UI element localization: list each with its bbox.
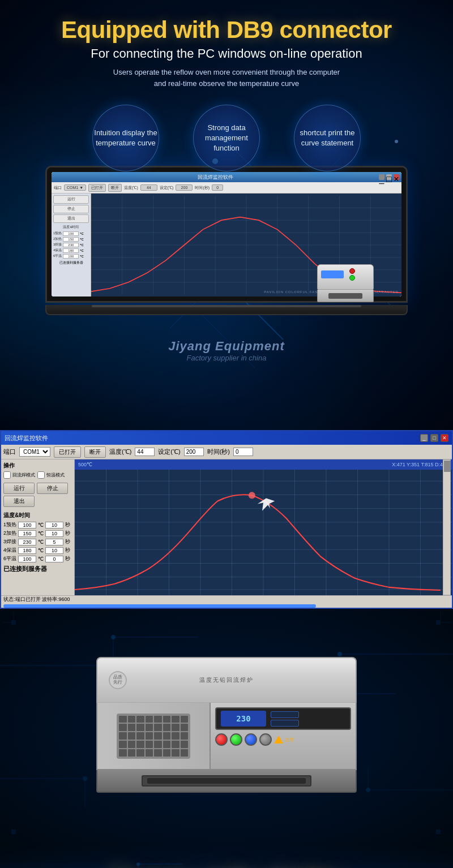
small-btn-red bbox=[349, 268, 355, 274]
sw-param-input-3[interactable] bbox=[18, 539, 36, 545]
screen-set-label: 设定(℃) bbox=[160, 185, 174, 191]
sw-max-btn[interactable]: □ bbox=[430, 434, 438, 442]
screen-open-btn[interactable]: 已打开 bbox=[88, 184, 106, 192]
screen-close-btn[interactable]: 断开 bbox=[108, 184, 122, 192]
sw-checkbox1[interactable] bbox=[3, 471, 11, 479]
sw-port-select[interactable]: COM1 bbox=[19, 447, 50, 457]
machine-warn: 注意 bbox=[274, 733, 294, 746]
vent-hole bbox=[154, 741, 162, 748]
screen-time-label: 时间(秒) bbox=[195, 185, 210, 191]
sw-exit-btn[interactable]: 退出 bbox=[3, 496, 35, 507]
sw-time-input-5[interactable] bbox=[45, 556, 63, 562]
sw-time-label: 时间(秒) bbox=[207, 448, 230, 456]
screen-max-btn[interactable]: □ bbox=[386, 174, 392, 180]
vent-hole bbox=[154, 724, 162, 731]
sw-temp-input[interactable] bbox=[135, 448, 155, 456]
machine-btn-green[interactable] bbox=[230, 733, 242, 746]
sw-disconnect-btn[interactable]: 断开 bbox=[84, 446, 106, 458]
sw-scrollbar[interactable] bbox=[443, 459, 451, 595]
param-input-3[interactable] bbox=[63, 243, 79, 247]
sw-chart-body bbox=[75, 470, 452, 595]
laptop-wrapper: 回流焊监控软件 _ □ × 端口 COM1 ▼ 已打开 断开 bbox=[34, 166, 419, 315]
vent-hole bbox=[128, 749, 136, 757]
sw-min-btn[interactable]: _ bbox=[420, 434, 428, 442]
features-row: Intuition display the temperature curve … bbox=[11, 105, 442, 171]
param-input-1[interactable] bbox=[63, 231, 79, 236]
machine-btn-blue[interactable] bbox=[245, 733, 257, 746]
screen-close-btn[interactable]: × bbox=[394, 174, 399, 180]
vent-hole bbox=[146, 749, 153, 757]
small-btn-green bbox=[349, 275, 355, 281]
screen-set-val[interactable]: 200 bbox=[176, 184, 193, 191]
machine-btn-gray[interactable] bbox=[259, 733, 272, 746]
hero-section: Equipped with DB9 connector For connecti… bbox=[0, 0, 453, 430]
machine-btn-red[interactable] bbox=[215, 733, 228, 746]
machine-display-screen: 230 bbox=[221, 711, 266, 727]
machine-slot bbox=[142, 775, 311, 787]
machine-small-displays bbox=[271, 711, 299, 727]
vent-hole bbox=[136, 716, 144, 723]
curve-section: Curve edit ability Multiple curve type-i… bbox=[0, 846, 453, 868]
screen-com-btn[interactable]: COM1 ▼ bbox=[64, 184, 86, 191]
sw-open-btn[interactable]: 已打开 bbox=[54, 446, 81, 458]
small-machine-slot bbox=[328, 293, 362, 299]
laptop-base-line bbox=[92, 305, 361, 307]
vent-hole bbox=[163, 749, 171, 757]
svg-rect-63 bbox=[436, 620, 441, 625]
sidebar-exit-btn[interactable]: 退出 bbox=[53, 214, 89, 223]
sw-close-btn[interactable]: ✕ bbox=[441, 434, 448, 442]
machine-logo-text: 品质先行 bbox=[113, 675, 122, 685]
sw-left-panel: 操作 回流焊模式 恒温模式 运行 停止 退出 温度&时间 1预热 ℃ bbox=[1, 459, 75, 595]
param-row-1: 1预热 ℃ bbox=[53, 231, 89, 236]
vent-hole bbox=[172, 732, 180, 740]
svg-rect-62 bbox=[11, 620, 16, 625]
screen-min-btn[interactable]: _ bbox=[379, 174, 384, 180]
vent-hole bbox=[154, 732, 162, 740]
sw-set-input[interactable] bbox=[184, 448, 204, 456]
small-buttons bbox=[349, 268, 355, 281]
warn-triangle-icon bbox=[274, 736, 283, 744]
small-machine-on-keyboard bbox=[317, 264, 374, 304]
sw-time-input-3[interactable] bbox=[45, 539, 63, 545]
sw-scrollbar-thumb[interactable] bbox=[444, 461, 451, 472]
sw-param-input-1[interactable] bbox=[18, 522, 36, 528]
small-display-2 bbox=[271, 720, 299, 727]
vent-hole bbox=[172, 741, 180, 748]
param-input-5[interactable] bbox=[63, 254, 79, 259]
vent-hole bbox=[154, 716, 162, 723]
sidebar-run-btn[interactable]: 运行 bbox=[53, 195, 89, 204]
svg-rect-64 bbox=[11, 830, 16, 834]
machine-section: 品质先行 温度无铅回流焊炉 230 bbox=[0, 609, 453, 846]
sw-param-input-4[interactable] bbox=[18, 547, 36, 554]
vent-hole bbox=[172, 724, 180, 731]
sw-param-3: 3焊接 ℃ 秒 bbox=[3, 538, 72, 545]
sw-time-input[interactable] bbox=[233, 448, 253, 456]
svg-point-61 bbox=[366, 788, 370, 792]
sw-param-input-5[interactable] bbox=[18, 556, 36, 562]
sw-time-input-2[interactable] bbox=[45, 530, 63, 537]
param-input-4[interactable] bbox=[63, 248, 79, 253]
sw-time-input-1[interactable] bbox=[45, 522, 63, 528]
param-row-4: 4保温 ℃ bbox=[53, 248, 89, 253]
param-input-2[interactable] bbox=[63, 237, 79, 242]
sw-chart-header-text: 500℃ bbox=[78, 462, 92, 467]
sw-body: 操作 回流焊模式 恒温模式 运行 停止 退出 温度&时间 1预热 ℃ bbox=[1, 459, 452, 595]
sw-run-btn[interactable]: 运行 bbox=[3, 483, 35, 494]
sw-operations-label: 操作 bbox=[3, 462, 72, 470]
brand-name: Jiyang Equipment bbox=[168, 339, 284, 354]
sw-checkbox2[interactable] bbox=[37, 471, 45, 479]
screen-toolbar: 端口 COM1 ▼ 已打开 断开 温度(℃) 44 设定(℃) 200 时间(秒… bbox=[52, 182, 401, 194]
screen-time-val[interactable]: 0 bbox=[212, 184, 223, 191]
sw-param-input-2[interactable] bbox=[18, 530, 36, 537]
sidebar-stop-btn[interactable]: 停止 bbox=[53, 205, 89, 213]
sidebar-temp-label: 温度&时间 bbox=[53, 225, 89, 230]
sidebar-bottom-text: 已连接到服务器 bbox=[53, 260, 89, 265]
vent-hole bbox=[163, 741, 171, 748]
sw-chart: 500℃ X:471 Y:351 T:815 D:451 bbox=[75, 459, 452, 595]
vent-hole bbox=[181, 741, 189, 748]
sw-time-input-4[interactable] bbox=[45, 547, 63, 554]
sw-chart-header: 500℃ X:471 Y:351 T:815 D:451 bbox=[75, 459, 452, 470]
machine-left-panel bbox=[97, 703, 211, 769]
sw-stop-btn[interactable]: 停止 bbox=[37, 483, 68, 494]
svg-point-45 bbox=[249, 492, 255, 499]
